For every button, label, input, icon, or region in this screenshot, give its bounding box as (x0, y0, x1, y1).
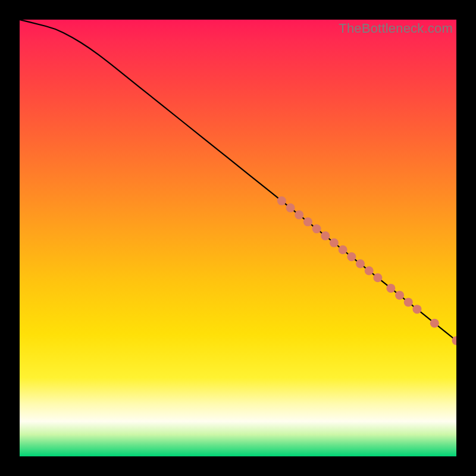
chart-frame: TheBottleneck.com (0, 0, 476, 476)
highlight-dot (365, 267, 374, 275)
highlight-dot (395, 291, 404, 300)
highlight-dot (430, 319, 439, 328)
highlight-dot (339, 245, 347, 254)
highlight-dot (356, 259, 365, 268)
highlight-dot (330, 239, 339, 248)
highlight-dot (303, 217, 312, 226)
plot-area: TheBottleneck.com (20, 20, 456, 456)
highlight-dot (286, 203, 295, 212)
highlight-dot (386, 284, 395, 293)
highlight-dot (347, 252, 356, 261)
highlight-dot (312, 224, 321, 233)
highlight-dot (373, 273, 382, 282)
highlight-dot (295, 211, 303, 220)
chart-overlay (20, 20, 456, 456)
highlight-dot (277, 196, 286, 205)
highlight-dot (321, 231, 330, 240)
highlight-dot (412, 305, 421, 314)
highlight-dot (404, 298, 413, 306)
